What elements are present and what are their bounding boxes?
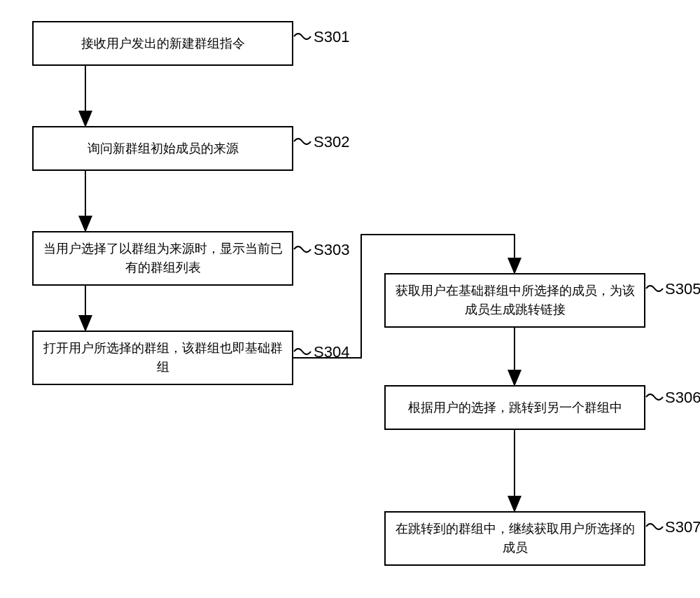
flow-step-s305: 获取用户在基础群组中所选择的成员，为该成员生成跳转链接 — [384, 273, 645, 328]
flow-step-text: 打开用户所选择的群组，该群组也即基础群组 — [39, 339, 286, 377]
flow-step-s301: 接收用户发出的新建群组指令 — [32, 21, 293, 66]
flow-step-text: 当用户选择了以群组为来源时，显示当前已有的群组列表 — [39, 239, 286, 277]
flow-step-tag: S302 — [314, 133, 349, 151]
flow-step-s303: 当用户选择了以群组为来源时，显示当前已有的群组列表 — [32, 231, 293, 286]
flow-step-s306: 根据用户的选择，跳转到另一个群组中 — [384, 385, 645, 430]
flow-step-tag: S303 — [314, 241, 349, 259]
flow-step-tag: S307 — [665, 518, 700, 536]
flow-step-tag: S306 — [665, 389, 700, 407]
flow-step-text: 询问新群组初始成员的来源 — [88, 139, 239, 158]
flow-step-text: 根据用户的选择，跳转到另一个群组中 — [408, 398, 622, 417]
flow-step-tag: S301 — [314, 28, 349, 46]
flow-step-text: 在跳转到的群组中，继续获取用户所选择的成员 — [391, 520, 638, 557]
flow-step-text: 获取用户在基础群组中所选择的成员，为该成员生成跳转链接 — [391, 281, 638, 319]
flow-step-s304: 打开用户所选择的群组，该群组也即基础群组 — [32, 331, 293, 385]
flow-step-s302: 询问新群组初始成员的来源 — [32, 126, 293, 171]
flow-step-s307: 在跳转到的群组中，继续获取用户所选择的成员 — [384, 511, 645, 566]
flow-step-tag: S304 — [314, 343, 349, 361]
flow-step-text: 接收用户发出的新建群组指令 — [81, 34, 245, 53]
flow-step-tag: S305 — [665, 280, 700, 298]
